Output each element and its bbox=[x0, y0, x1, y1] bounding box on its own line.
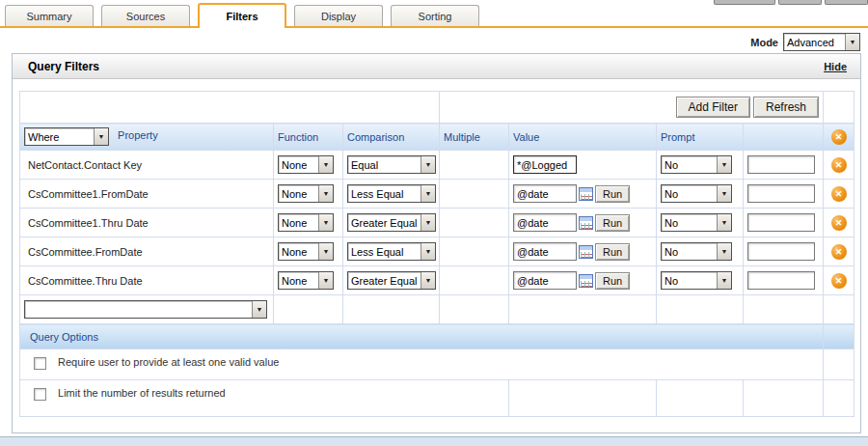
value-input[interactable] bbox=[513, 271, 577, 290]
function-select[interactable]: None▼ bbox=[278, 155, 334, 174]
calendar-icon[interactable] bbox=[579, 187, 593, 201]
query-builder-screen: Summary Sources Filters Display Sorting … bbox=[0, 0, 868, 446]
prompt-select[interactable]: No▼ bbox=[661, 155, 732, 174]
cutoff-button[interactable] bbox=[825, 0, 868, 5]
cutoff-button[interactable] bbox=[778, 0, 822, 5]
run-button[interactable]: Run bbox=[595, 185, 630, 203]
comparison-select[interactable]: Greater Equal▼ bbox=[347, 213, 436, 232]
mode-select[interactable]: Advanced ▼ bbox=[783, 33, 860, 51]
comparison-select[interactable]: Less Equal▼ bbox=[347, 184, 436, 203]
prompt-select-value: No bbox=[662, 159, 681, 171]
comparison-select-value: Less Equal bbox=[348, 188, 406, 200]
chevron-down-icon: ▼ bbox=[252, 301, 266, 318]
comparison-select[interactable]: Equal▼ bbox=[347, 155, 436, 174]
tab-underline bbox=[0, 26, 868, 28]
multiple-cell bbox=[440, 266, 509, 295]
toolbar-buttons-cell: Add Filter Refresh bbox=[440, 92, 824, 124]
prompt-text-input[interactable] bbox=[747, 242, 815, 261]
value-input[interactable] bbox=[513, 184, 577, 203]
tab-sorting[interactable]: Sorting bbox=[391, 5, 479, 26]
tab-filters[interactable]: Filters bbox=[198, 3, 286, 28]
chevron-down-icon: ▼ bbox=[420, 243, 435, 260]
column-header-delete: ✕ bbox=[824, 124, 854, 151]
prompt-select[interactable]: No▼ bbox=[661, 213, 732, 232]
tab-label: Sources bbox=[126, 11, 165, 22]
prompt-select[interactable]: No▼ bbox=[661, 184, 732, 203]
where-select-value: Where bbox=[25, 131, 62, 143]
prompt-text-input[interactable] bbox=[747, 271, 815, 290]
comparison-select-value: Greater Equal bbox=[348, 275, 420, 287]
chevron-down-icon: ▼ bbox=[94, 128, 108, 145]
tab-display[interactable]: Display bbox=[294, 5, 383, 26]
comparison-select-value: Less Equal bbox=[348, 246, 406, 258]
query-option-row: Limit the number of results returned bbox=[20, 380, 854, 417]
tab-summary[interactable]: Summary bbox=[5, 5, 94, 26]
calendar-icon[interactable] bbox=[579, 245, 593, 259]
value-input[interactable] bbox=[513, 242, 577, 261]
chevron-down-icon: ▼ bbox=[318, 214, 333, 231]
run-button[interactable]: Run bbox=[595, 272, 630, 290]
new-property-select[interactable]: ▼ bbox=[24, 300, 267, 319]
query-option-row: Require user to provide at least one val… bbox=[20, 349, 854, 380]
hide-link[interactable]: Hide bbox=[824, 61, 847, 72]
tab-bar: Summary Sources Filters Display Sorting bbox=[0, 0, 868, 29]
run-button[interactable]: Run bbox=[595, 214, 630, 232]
column-header-blank bbox=[744, 124, 824, 151]
empty-cell bbox=[657, 380, 744, 417]
calendar-icon[interactable] bbox=[579, 274, 593, 288]
empty-cell bbox=[744, 295, 824, 324]
delete-filter-icon[interactable]: ✕ bbox=[831, 129, 847, 145]
value-input[interactable] bbox=[513, 155, 577, 174]
add-filter-button[interactable]: Add Filter bbox=[676, 97, 750, 118]
prompt-select[interactable]: No▼ bbox=[661, 271, 732, 290]
where-select[interactable]: Where ▼ bbox=[24, 127, 109, 146]
filters-table: Add Filter Refresh Where ▼ Property Func… bbox=[19, 91, 854, 417]
cutoff-button[interactable] bbox=[714, 0, 775, 5]
query-options-title-spacer bbox=[824, 324, 854, 349]
limit-results-checkbox[interactable] bbox=[34, 388, 46, 401]
prompt-text-input[interactable] bbox=[747, 213, 815, 232]
chevron-down-icon: ▼ bbox=[318, 272, 333, 289]
mode-row: Mode Advanced ▼ bbox=[750, 33, 860, 51]
multiple-cell bbox=[440, 151, 509, 180]
page-bottom-strip bbox=[0, 436, 868, 446]
prompt-select-value: No bbox=[662, 246, 681, 258]
function-select[interactable]: None▼ bbox=[278, 213, 334, 232]
filter-row: NetContact.Contact Key None▼ Equal▼ No▼ … bbox=[20, 151, 854, 180]
function-select[interactable]: None▼ bbox=[278, 242, 334, 261]
tab-label: Display bbox=[321, 11, 356, 22]
comparison-select[interactable]: Less Equal▼ bbox=[347, 242, 436, 261]
delete-filter-icon[interactable]: ✕ bbox=[831, 244, 847, 260]
tab-label: Sorting bbox=[419, 11, 452, 22]
new-filter-row: ▼ bbox=[20, 295, 854, 324]
property-label: CsCommittee.FromDate bbox=[20, 237, 274, 266]
toolbar-spacer bbox=[20, 92, 440, 124]
empty-cell bbox=[824, 349, 854, 380]
run-button[interactable]: Run bbox=[595, 243, 630, 261]
function-select[interactable]: None▼ bbox=[278, 271, 334, 290]
refresh-button[interactable]: Refresh bbox=[753, 97, 819, 118]
prompt-select-value: No bbox=[662, 188, 681, 200]
function-select[interactable]: None▼ bbox=[278, 184, 334, 203]
prompt-text-input[interactable] bbox=[747, 155, 815, 174]
function-select-value: None bbox=[279, 159, 310, 171]
tab-label: Filters bbox=[226, 11, 258, 22]
prompt-select[interactable]: No▼ bbox=[661, 242, 732, 261]
delete-filter-icon[interactable]: ✕ bbox=[831, 215, 847, 231]
property-label: CsCommittee1.FromDate bbox=[20, 180, 274, 209]
require-valid-value-checkbox[interactable] bbox=[34, 357, 46, 370]
mode-select-value: Advanced bbox=[784, 37, 837, 48]
delete-filter-icon[interactable]: ✕ bbox=[831, 186, 847, 202]
checkbox-label: Limit the number of results returned bbox=[58, 387, 226, 399]
comparison-select[interactable]: Greater Equal▼ bbox=[347, 271, 436, 290]
tab-sources[interactable]: Sources bbox=[101, 5, 190, 26]
calendar-icon[interactable] bbox=[579, 216, 593, 230]
value-input[interactable] bbox=[513, 213, 577, 232]
query-filters-panel: Query Filters Hide Add Filter Refresh bbox=[12, 53, 861, 433]
delete-filter-icon[interactable]: ✕ bbox=[831, 273, 847, 289]
empty-cell bbox=[440, 295, 509, 324]
delete-filter-icon[interactable]: ✕ bbox=[831, 157, 847, 173]
empty-cell bbox=[824, 295, 854, 324]
chevron-down-icon: ▼ bbox=[717, 214, 731, 231]
prompt-text-input[interactable] bbox=[747, 184, 815, 203]
